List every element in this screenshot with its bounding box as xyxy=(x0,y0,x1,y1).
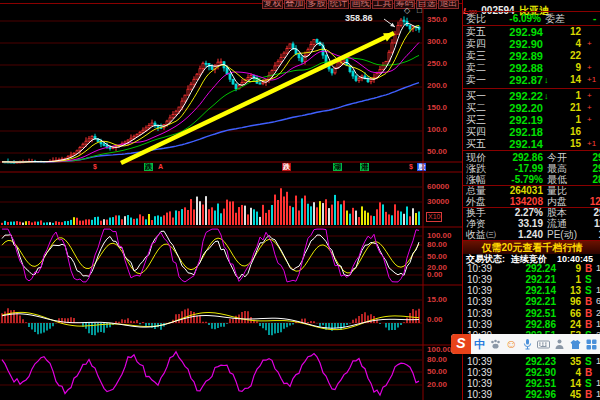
info-value: 129823 xyxy=(567,196,600,207)
book-level-label: 买三 xyxy=(466,114,486,126)
info-row-2: 涨幅-5.79%最低284.00 xyxy=(463,174,600,185)
info-label: 总量 xyxy=(466,185,486,196)
tape-time: 10:39 xyxy=(467,367,492,378)
tape-time: 10:39 xyxy=(467,308,492,319)
tape-row-7: 10:39292.2335S1 xyxy=(463,356,600,367)
ime-skin-icon[interactable] xyxy=(568,337,583,351)
info-label: 内盘 xyxy=(547,196,567,207)
info-label: 最低 xyxy=(547,174,567,185)
book-price: 292.89 xyxy=(487,50,543,62)
book-volume: 22 xyxy=(547,50,581,62)
book-level-label: 卖三 xyxy=(466,50,486,62)
book-price: 292.18 xyxy=(487,126,543,138)
tape-row-2: 10:39292.1413S1 xyxy=(463,285,600,296)
tape-price: 292.24 xyxy=(499,263,556,274)
book-price: 292.90 xyxy=(487,38,543,50)
weicha-label: 委差 xyxy=(545,13,565,25)
weibi-value: -6.09% xyxy=(493,13,541,25)
ime-toolbar[interactable]: S 中 ☺ xyxy=(451,334,600,354)
kline-chart[interactable]: 350.0300.0250.0200.0150.0100.050.0060000… xyxy=(0,0,462,400)
tape-row-8: 10:39292.904B xyxy=(463,367,600,378)
tape-tail: 1 xyxy=(596,285,600,296)
diamond-marker-icon[interactable]: ◇ xyxy=(404,7,410,15)
info-value: 2.27% xyxy=(485,207,543,218)
info-value: 296.60 xyxy=(567,163,600,174)
info-value: 264031 xyxy=(485,185,543,196)
book-level-label: 卖五 xyxy=(466,26,486,38)
ime-share-icon[interactable] xyxy=(552,337,567,351)
book-price: 292.14 xyxy=(487,138,543,150)
book-row-ask-2[interactable]: 卖三292.8922 xyxy=(463,50,600,62)
book-tail: + xyxy=(587,62,592,74)
book-row-bid-0[interactable]: 买一292.22↓1+ xyxy=(463,90,600,102)
tape-side: B xyxy=(585,308,592,319)
info-label: 现价 xyxy=(466,152,486,163)
tape-side: S xyxy=(585,285,592,296)
tape-side: B xyxy=(585,263,592,274)
book-row-bid-4[interactable]: 买五292.1415+1 xyxy=(463,138,600,150)
square-marker-icon[interactable]: □ xyxy=(417,7,422,15)
ime-apps-icon[interactable] xyxy=(584,337,599,351)
tape-time: 10:39 xyxy=(467,263,492,274)
tape-side: S xyxy=(585,274,592,285)
tape-price: 292.51 xyxy=(499,308,556,319)
info-row-7: 收益㈢1.240PE(动)118.0 xyxy=(463,229,600,240)
book-volume: 9 xyxy=(547,62,581,74)
info-row-4: 外盘134208内盘129823 xyxy=(463,196,600,207)
ime-keyboard-icon[interactable] xyxy=(536,337,551,351)
book-price: 292.22 xyxy=(487,90,543,102)
tape-price: 292.86 xyxy=(499,319,556,330)
tape-side: S xyxy=(585,356,592,367)
book-volume: 14 xyxy=(547,74,581,86)
info-label: 涨幅 xyxy=(466,174,486,185)
book-row-bid-3[interactable]: 买四292.1816 xyxy=(463,126,600,138)
book-tail: +1 xyxy=(587,138,596,150)
book-volume: 16 xyxy=(547,126,581,138)
info-value: -17.99 xyxy=(485,163,543,174)
trading-terminal-window: 复权叠加多股统计画线工具筹码自选退出 350.0300.0250.0200.01… xyxy=(0,0,600,400)
ime-emoji-icon[interactable]: ☺ xyxy=(504,337,519,351)
tape-time: 10:39 xyxy=(467,296,492,307)
book-row-bid-2[interactable]: 买三292.191+ xyxy=(463,114,600,126)
book-tail: + xyxy=(587,102,592,114)
sogou-logo-icon[interactable]: S xyxy=(451,334,471,354)
tape-side: S xyxy=(585,378,592,389)
info-value: 11.6亿 xyxy=(567,218,600,229)
tape-volume: 1 xyxy=(555,274,581,285)
info-value: 118.0 xyxy=(567,229,600,240)
ime-microphone-icon[interactable] xyxy=(520,337,535,351)
book-price: 292.19 xyxy=(487,114,543,126)
book-price: 292.94 xyxy=(487,26,543,38)
tape-volume: 14 xyxy=(555,378,581,389)
tape-time: 10:39 xyxy=(467,285,492,296)
tape-row-3: 10:39292.2196B6 xyxy=(463,296,600,307)
info-row-5: 换手2.27%股本29.1亿 xyxy=(463,207,600,218)
book-row-ask-0[interactable]: 卖五292.9412 xyxy=(463,26,600,38)
book-row-bid-1[interactable]: 买二292.2021+ xyxy=(463,102,600,114)
book-price: 292.87 xyxy=(487,74,543,86)
info-row-3: 总量264031量比6.91 xyxy=(463,185,600,196)
ime-mode-icon[interactable]: 中 xyxy=(472,337,487,351)
weibi-row: 委比 -6.09% 委差 - xyxy=(463,13,600,25)
ime-paw-icon[interactable] xyxy=(488,337,503,351)
book-volume: 4 xyxy=(547,38,581,50)
weicha-value: - xyxy=(593,13,596,25)
book-tail: + xyxy=(587,38,592,50)
book-row-ask-1[interactable]: 卖四292.904+ xyxy=(463,38,600,50)
book-row-ask-4[interactable]: 卖一292.87↓14+1 xyxy=(463,74,600,86)
info-value: 284.00 xyxy=(567,174,600,185)
book-row-ask-3[interactable]: 卖二292.889+ xyxy=(463,62,600,74)
tape-volume: 9 xyxy=(555,263,581,274)
tape-row-1: 10:39292.211S xyxy=(463,274,600,285)
tape-price: 292.51 xyxy=(499,378,556,389)
book-tail: +1 xyxy=(587,74,596,86)
tape-tail: 1 xyxy=(596,319,600,330)
chart-canvas[interactable] xyxy=(0,0,462,400)
info-value: 29.1亿 xyxy=(567,207,600,218)
promo-banner[interactable]: 仅需20元查看千档行情 xyxy=(463,241,600,254)
panel-separator-5 xyxy=(463,207,600,208)
info-value: 134208 xyxy=(485,196,543,207)
info-value: 6.91 xyxy=(567,185,600,196)
panel-separator-4 xyxy=(463,185,600,186)
info-value: 291.00 xyxy=(567,152,600,163)
